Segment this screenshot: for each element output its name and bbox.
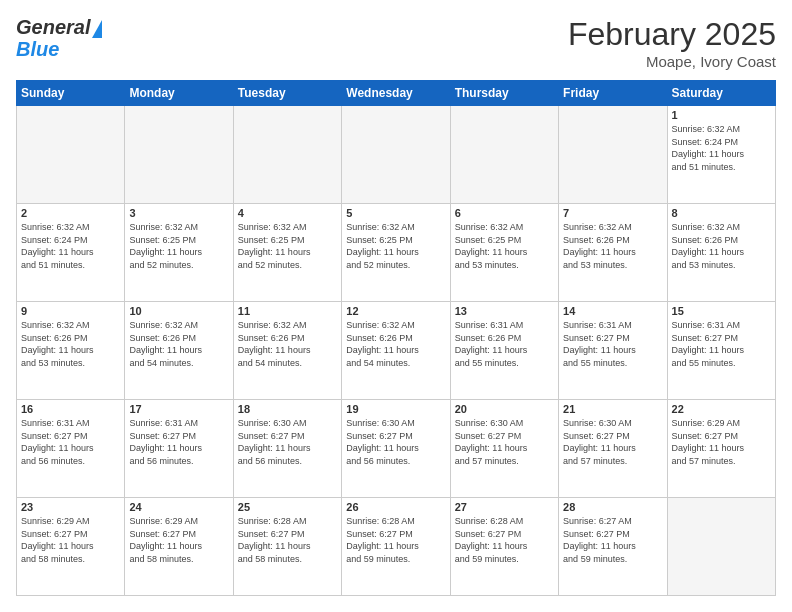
day-info: Sunrise: 6:32 AM Sunset: 6:26 PM Dayligh… [563,221,662,271]
calendar-cell [559,106,667,204]
calendar-week-1: 1Sunrise: 6:32 AM Sunset: 6:24 PM Daylig… [17,106,776,204]
day-number: 11 [238,305,337,317]
day-number: 23 [21,501,120,513]
day-info: Sunrise: 6:28 AM Sunset: 6:27 PM Dayligh… [455,515,554,565]
calendar-cell: 17Sunrise: 6:31 AM Sunset: 6:27 PM Dayli… [125,400,233,498]
day-number: 5 [346,207,445,219]
calendar-cell: 20Sunrise: 6:30 AM Sunset: 6:27 PM Dayli… [450,400,558,498]
calendar-cell [450,106,558,204]
day-info: Sunrise: 6:29 AM Sunset: 6:27 PM Dayligh… [672,417,771,467]
day-info: Sunrise: 6:32 AM Sunset: 6:25 PM Dayligh… [238,221,337,271]
day-info: Sunrise: 6:28 AM Sunset: 6:27 PM Dayligh… [346,515,445,565]
calendar-header-tuesday: Tuesday [233,81,341,106]
day-info: Sunrise: 6:30 AM Sunset: 6:27 PM Dayligh… [346,417,445,467]
day-info: Sunrise: 6:30 AM Sunset: 6:27 PM Dayligh… [563,417,662,467]
calendar-table: SundayMondayTuesdayWednesdayThursdayFrid… [16,80,776,596]
day-info: Sunrise: 6:31 AM Sunset: 6:27 PM Dayligh… [129,417,228,467]
day-number: 15 [672,305,771,317]
day-info: Sunrise: 6:32 AM Sunset: 6:26 PM Dayligh… [346,319,445,369]
day-number: 20 [455,403,554,415]
day-number: 2 [21,207,120,219]
day-number: 27 [455,501,554,513]
day-info: Sunrise: 6:32 AM Sunset: 6:24 PM Dayligh… [672,123,771,173]
day-info: Sunrise: 6:32 AM Sunset: 6:26 PM Dayligh… [238,319,337,369]
calendar-cell: 16Sunrise: 6:31 AM Sunset: 6:27 PM Dayli… [17,400,125,498]
logo-triangle-icon [92,20,102,38]
day-info: Sunrise: 6:32 AM Sunset: 6:26 PM Dayligh… [21,319,120,369]
day-info: Sunrise: 6:31 AM Sunset: 6:27 PM Dayligh… [21,417,120,467]
calendar-header-wednesday: Wednesday [342,81,450,106]
day-number: 19 [346,403,445,415]
day-number: 22 [672,403,771,415]
day-number: 1 [672,109,771,121]
day-number: 4 [238,207,337,219]
day-info: Sunrise: 6:32 AM Sunset: 6:26 PM Dayligh… [672,221,771,271]
day-info: Sunrise: 6:31 AM Sunset: 6:27 PM Dayligh… [563,319,662,369]
calendar-cell: 27Sunrise: 6:28 AM Sunset: 6:27 PM Dayli… [450,498,558,596]
calendar-cell: 9Sunrise: 6:32 AM Sunset: 6:26 PM Daylig… [17,302,125,400]
calendar-cell: 12Sunrise: 6:32 AM Sunset: 6:26 PM Dayli… [342,302,450,400]
calendar-header-thursday: Thursday [450,81,558,106]
day-info: Sunrise: 6:32 AM Sunset: 6:25 PM Dayligh… [129,221,228,271]
calendar-cell: 14Sunrise: 6:31 AM Sunset: 6:27 PM Dayli… [559,302,667,400]
day-number: 10 [129,305,228,317]
calendar-cell: 28Sunrise: 6:27 AM Sunset: 6:27 PM Dayli… [559,498,667,596]
day-number: 28 [563,501,662,513]
day-number: 9 [21,305,120,317]
day-number: 17 [129,403,228,415]
day-info: Sunrise: 6:30 AM Sunset: 6:27 PM Dayligh… [455,417,554,467]
day-number: 7 [563,207,662,219]
day-number: 6 [455,207,554,219]
calendar-cell: 15Sunrise: 6:31 AM Sunset: 6:27 PM Dayli… [667,302,775,400]
calendar-cell: 13Sunrise: 6:31 AM Sunset: 6:26 PM Dayli… [450,302,558,400]
day-number: 3 [129,207,228,219]
day-number: 21 [563,403,662,415]
day-number: 14 [563,305,662,317]
day-number: 12 [346,305,445,317]
calendar-cell: 19Sunrise: 6:30 AM Sunset: 6:27 PM Dayli… [342,400,450,498]
calendar-cell: 10Sunrise: 6:32 AM Sunset: 6:26 PM Dayli… [125,302,233,400]
calendar-week-3: 9Sunrise: 6:32 AM Sunset: 6:26 PM Daylig… [17,302,776,400]
calendar-cell: 3Sunrise: 6:32 AM Sunset: 6:25 PM Daylig… [125,204,233,302]
calendar-header-row: SundayMondayTuesdayWednesdayThursdayFrid… [17,81,776,106]
calendar-cell: 23Sunrise: 6:29 AM Sunset: 6:27 PM Dayli… [17,498,125,596]
day-number: 18 [238,403,337,415]
calendar-cell: 6Sunrise: 6:32 AM Sunset: 6:25 PM Daylig… [450,204,558,302]
calendar-cell: 5Sunrise: 6:32 AM Sunset: 6:25 PM Daylig… [342,204,450,302]
day-info: Sunrise: 6:32 AM Sunset: 6:25 PM Dayligh… [455,221,554,271]
title-block: February 2025 Moape, Ivory Coast [568,16,776,70]
logo-general: General [16,16,90,38]
logo: General Blue [16,16,102,60]
calendar-cell: 26Sunrise: 6:28 AM Sunset: 6:27 PM Dayli… [342,498,450,596]
day-number: 8 [672,207,771,219]
day-info: Sunrise: 6:30 AM Sunset: 6:27 PM Dayligh… [238,417,337,467]
calendar-week-2: 2Sunrise: 6:32 AM Sunset: 6:24 PM Daylig… [17,204,776,302]
day-number: 13 [455,305,554,317]
calendar-cell: 2Sunrise: 6:32 AM Sunset: 6:24 PM Daylig… [17,204,125,302]
calendar-cell [667,498,775,596]
calendar-cell: 8Sunrise: 6:32 AM Sunset: 6:26 PM Daylig… [667,204,775,302]
calendar-cell: 21Sunrise: 6:30 AM Sunset: 6:27 PM Dayli… [559,400,667,498]
day-info: Sunrise: 6:32 AM Sunset: 6:25 PM Dayligh… [346,221,445,271]
calendar-header-friday: Friday [559,81,667,106]
day-info: Sunrise: 6:32 AM Sunset: 6:24 PM Dayligh… [21,221,120,271]
calendar-cell: 11Sunrise: 6:32 AM Sunset: 6:26 PM Dayli… [233,302,341,400]
day-info: Sunrise: 6:31 AM Sunset: 6:27 PM Dayligh… [672,319,771,369]
calendar-cell: 25Sunrise: 6:28 AM Sunset: 6:27 PM Dayli… [233,498,341,596]
day-number: 25 [238,501,337,513]
day-info: Sunrise: 6:32 AM Sunset: 6:26 PM Dayligh… [129,319,228,369]
header: General Blue February 2025 Moape, Ivory … [16,16,776,70]
calendar-cell: 7Sunrise: 6:32 AM Sunset: 6:26 PM Daylig… [559,204,667,302]
calendar-cell [342,106,450,204]
page: General Blue February 2025 Moape, Ivory … [0,0,792,612]
calendar-header-saturday: Saturday [667,81,775,106]
calendar-cell [17,106,125,204]
calendar-cell: 22Sunrise: 6:29 AM Sunset: 6:27 PM Dayli… [667,400,775,498]
logo-blue: Blue [16,38,59,60]
calendar-cell: 18Sunrise: 6:30 AM Sunset: 6:27 PM Dayli… [233,400,341,498]
calendar-header-sunday: Sunday [17,81,125,106]
calendar-cell: 24Sunrise: 6:29 AM Sunset: 6:27 PM Dayli… [125,498,233,596]
day-number: 16 [21,403,120,415]
day-info: Sunrise: 6:29 AM Sunset: 6:27 PM Dayligh… [129,515,228,565]
day-info: Sunrise: 6:27 AM Sunset: 6:27 PM Dayligh… [563,515,662,565]
